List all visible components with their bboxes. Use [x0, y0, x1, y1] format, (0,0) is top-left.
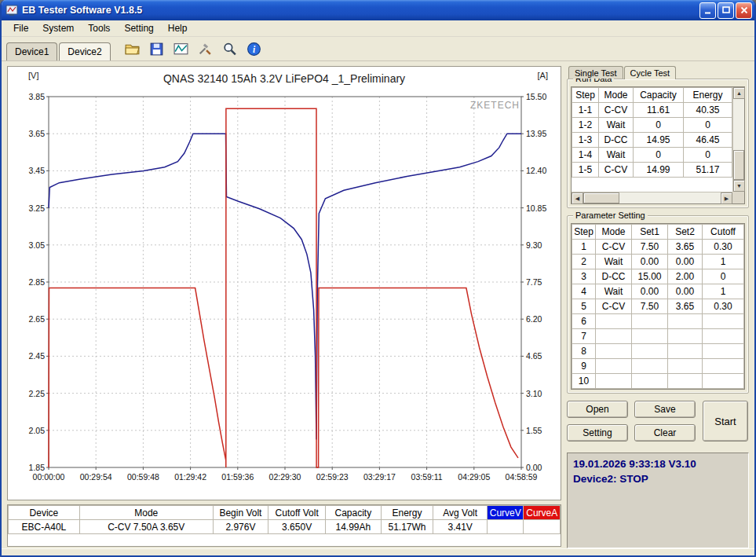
- table-row[interactable]: 9: [572, 359, 744, 374]
- tab-device2[interactable]: Device2: [59, 42, 110, 60]
- table-row[interactable]: 5C-CV7.503.650.30: [572, 299, 744, 314]
- y-right-tick-label: 1.55: [526, 426, 542, 435]
- menu-item-system[interactable]: System: [35, 21, 81, 35]
- x-tick-label: 02:29:30: [269, 472, 301, 482]
- scroll-track[interactable]: [733, 99, 744, 180]
- scroll-left-icon[interactable]: ◀: [572, 192, 583, 204]
- table-row[interactable]: 1-4Wait00: [572, 148, 732, 163]
- column-header: Capacity: [634, 88, 684, 103]
- table-row[interactable]: 8: [572, 344, 744, 359]
- app-window: EB Tester Software V1.8.5 FileSystemTool…: [0, 0, 756, 557]
- open-file-button[interactable]: [122, 38, 143, 59]
- y-right-tick-label: 10.85: [526, 203, 546, 213]
- menu-item-tools[interactable]: Tools: [81, 21, 117, 35]
- maximize-icon: [721, 5, 731, 15]
- save-file-icon: [148, 41, 165, 57]
- table-row[interactable]: 4Wait0.000.001: [572, 284, 744, 299]
- tab-device1[interactable]: Device1: [6, 42, 57, 60]
- x-tick-label: 03:29:17: [363, 472, 396, 482]
- menu-item-file[interactable]: File: [6, 21, 35, 35]
- table-row[interactable]: 1-1C-CV11.6140.35: [572, 103, 732, 118]
- statusbar: [2, 548, 754, 555]
- x-tick-label: 00:29:54: [80, 472, 112, 482]
- y-left-tick-label: 3.25: [29, 203, 46, 213]
- minimize-button[interactable]: [699, 2, 716, 19]
- run-data-header-row: StepModeCapacityEnergy: [572, 88, 732, 103]
- tools-button[interactable]: [195, 38, 216, 59]
- chart-canvas: 3.8515.503.6513.953.4512.403.2510.853.05…: [8, 67, 561, 497]
- close-icon: [740, 5, 749, 15]
- summary-table-wrap: DeviceModeBegin VoltCutoff VoltCapacityE…: [7, 504, 561, 547]
- save-button[interactable]: Save: [634, 401, 696, 418]
- scroll-right-icon[interactable]: ▶: [721, 192, 732, 204]
- chart-panel: QNAS 32140 15Ah 3.2V LiFePO4 _1_Prelimin…: [7, 66, 561, 500]
- x-tick-label: 00:59:48: [127, 472, 159, 482]
- run-data-table: StepModeCapacityEnergy 1-1C-CV11.6140.35…: [572, 87, 732, 178]
- menu-item-setting[interactable]: Setting: [117, 21, 160, 35]
- waveform-button[interactable]: [170, 38, 192, 59]
- status-datetime: 19.01.2026 9:33:18 V3.10: [573, 457, 743, 472]
- tab-single-test[interactable]: Single Test: [568, 66, 623, 79]
- y-left-tick-label: 1.85: [29, 463, 46, 472]
- scrollbar-corner: [732, 192, 744, 203]
- clear-button[interactable]: Clear: [634, 424, 696, 442]
- x-tick-label: 03:59:11: [411, 472, 443, 482]
- toolbar: Device1 Device2: [2, 37, 754, 61]
- run-data-listview: StepModeCapacityEnergy 1-1C-CV11.6140.35…: [571, 86, 745, 204]
- tools-icon: [197, 41, 214, 57]
- table-row[interactable]: 1C-CV7.503.650.30: [572, 240, 744, 255]
- column-header: Cutoff Volt: [268, 506, 326, 520]
- scroll-up-icon[interactable]: ▲: [733, 87, 745, 99]
- info-icon: i: [246, 41, 262, 57]
- x-tick-label: 04:29:05: [458, 472, 490, 482]
- table-row[interactable]: 3D-CC15.002.000: [572, 269, 744, 284]
- close-button[interactable]: [736, 2, 752, 19]
- column-header: Begin Volt: [213, 506, 268, 520]
- y-left-tick-label: 3.65: [29, 129, 46, 138]
- y-right-tick-label: 0.00: [526, 463, 542, 472]
- column-header: Device: [9, 506, 80, 520]
- table-row[interactable]: 1-5C-CV14.9951.17: [572, 163, 732, 178]
- y-left-tick-label: 2.05: [29, 426, 46, 435]
- current-curve: [49, 108, 518, 467]
- test-mode-tabs: Single Test Cycle Test: [568, 66, 749, 79]
- scroll-thumb-h[interactable]: [583, 192, 619, 203]
- menu-item-help[interactable]: Help: [161, 21, 195, 35]
- column-header: Step: [572, 88, 599, 103]
- table-row[interactable]: 10: [572, 374, 744, 389]
- y-right-tick-label: 13.95: [526, 129, 546, 138]
- parameter-setting-group: Parameter Setting StepModeSet1Set2Cutoff…: [567, 215, 749, 394]
- zoom-button[interactable]: [219, 38, 240, 59]
- zoom-icon: [221, 41, 238, 57]
- info-button[interactable]: i: [243, 38, 265, 59]
- column-header: Mode: [599, 88, 634, 103]
- maximize-button[interactable]: [718, 2, 734, 19]
- control-button-grid: Open Save Setting Clear: [567, 401, 696, 442]
- chart-title: QNAS 32140 15Ah 3.2V LiFePO4 _1_Prelimin…: [8, 72, 561, 85]
- column-header: CurveV: [488, 506, 524, 520]
- table-row[interactable]: 6: [572, 314, 744, 329]
- summary-header-row: DeviceModeBegin VoltCutoff VoltCapacityE…: [9, 506, 561, 520]
- scroll-thumb[interactable]: [733, 150, 744, 180]
- scroll-track-h[interactable]: [583, 192, 721, 203]
- table-row[interactable]: 2Wait0.000.001: [572, 255, 744, 269]
- open-button[interactable]: Open: [567, 401, 628, 418]
- parameter-table: StepModeSet1Set2Cutoff 1C-CV7.503.650.30…: [572, 224, 744, 389]
- start-button[interactable]: Start: [703, 401, 748, 442]
- save-file-button[interactable]: [146, 38, 167, 59]
- column-header: Set2: [668, 225, 703, 240]
- run-data-horizontal-scrollbar[interactable]: ◀ ▶: [572, 192, 732, 203]
- scroll-down-icon[interactable]: ▼: [733, 180, 745, 192]
- table-row[interactable]: 1-2Wait00: [572, 118, 732, 133]
- table-row[interactable]: EBC-A40LC-CV 7.50A 3.65V2.976V3.650V14.9…: [9, 520, 561, 534]
- open-file-icon: [124, 41, 141, 57]
- table-row[interactable]: 1-3D-CC14.9546.45: [572, 133, 732, 148]
- column-header: Mode: [79, 506, 213, 520]
- y-right-tick-label: 3.10: [526, 389, 542, 398]
- run-data-vertical-scrollbar[interactable]: ▲ ▼: [732, 87, 744, 192]
- setting-button[interactable]: Setting: [567, 424, 628, 442]
- minimize-icon: [703, 5, 713, 15]
- window-title: EB Tester Software V1.8.5: [22, 5, 698, 16]
- tab-cycle-test[interactable]: Cycle Test: [624, 66, 677, 79]
- table-row[interactable]: 7: [572, 329, 744, 344]
